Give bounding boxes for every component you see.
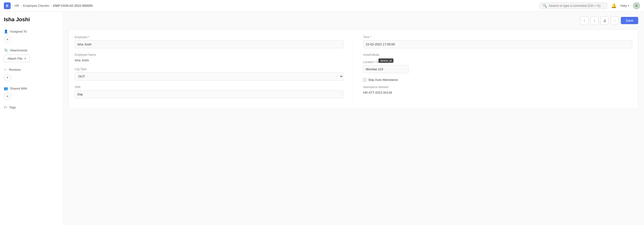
breadcrumb-hr[interactable]: HR [14,4,19,7]
form-card: Employee * Employee Name Isha Joshi Log … [68,29,638,109]
location-group: Location / Device ID device_id [363,60,632,73]
attendance-marked-label: Attendance Marked [363,85,632,89]
shift-group: Shift [75,85,344,98]
tags-header: 🏷 Tags [4,105,59,109]
search-icon: 🔍 [543,4,547,8]
sidebar-section-tags: 🏷 Tags [4,105,59,109]
page-title: Isha Joshi [4,16,59,23]
nav-sep-1: › [12,4,13,7]
location-input[interactable] [363,65,409,73]
plus-icon: + [24,56,26,60]
skip-attendance-label: Skip Auto Attendance [368,78,398,82]
attendance-marked-group: Attendance Marked HR-ATT-2022-00138 [363,85,632,95]
shared-with-label: Shared With [10,87,27,90]
time-input[interactable] [363,40,632,48]
bell-icon[interactable]: 🔔 [611,3,616,8]
employee-input[interactable] [75,40,344,48]
content-area: ‹ › 🖨 ··· Save Employee * [63,11,644,225]
skip-attendance-row: Skip Auto Attendance [363,78,632,82]
doc-toolbar: ‹ › 🖨 ··· Save [68,16,638,25]
log-type-select[interactable]: OUT IN [75,72,344,81]
assigned-to-header: 👤 Assigned To [4,29,59,33]
reviews-header: ☆ Reviews [4,68,59,71]
nav-left: E › HR › Employee Checkin › EMP-CKIN-02-… [4,2,93,9]
prev-button[interactable]: ‹ [580,16,588,25]
breadcrumb-current: EMP-CKIN-02-2022-000005 [53,4,92,7]
main-container: Isha Joshi 👤 Assigned To + 📎 Attachments… [0,11,644,225]
location-label: Location / Device ID [363,60,632,64]
chevron-down-icon: ▾ [628,4,629,7]
help-label: Help [620,4,627,7]
assigned-to-label: Assigned To [10,30,27,33]
tags-label: Tags [9,105,16,109]
avatar[interactable]: A [633,2,640,9]
attach-file-label: Attach File [8,57,22,60]
sidebar-section-reviews: ☆ Reviews + [4,68,59,81]
timezone-text: Asia/Kolkata [363,53,632,56]
log-type-group: Log Type OUT IN [75,67,344,81]
sidebar-section-shared-with: 👥 Shared With + [4,86,59,100]
attachments-header: 📎 Attachments [4,48,59,52]
sidebar: Isha Joshi 👤 Assigned To + 📎 Attachments… [0,11,63,225]
shared-with-header: 👥 Shared With [4,86,59,90]
more-options-button[interactable]: ··· [611,16,619,25]
form-grid: Employee * Employee Name Isha Joshi Log … [75,35,632,103]
nav-right: 🔍 🔔 Help ▾ A [540,2,640,9]
people-icon: 👥 [4,86,8,90]
nav-sep-2: › [20,4,22,7]
time-label: Time * [363,35,632,39]
attendance-marked-value: HR-ATT-2022-00138 [363,90,632,95]
attachments-label: Attachments [10,48,27,52]
shift-input[interactable] [75,90,344,98]
save-button[interactable]: Save [621,17,638,24]
star-icon: ☆ [4,68,7,71]
time-required: * [370,35,371,39]
shared-with-add-button[interactable]: + [4,93,11,100]
assigned-to-add-button[interactable]: + [4,36,11,43]
employee-required: * [88,35,90,39]
print-button[interactable]: 🖨 [600,16,609,25]
log-type-label: Log Type [75,67,344,71]
employee-name-value: Isha Joshi [75,58,344,62]
employee-label: Employee * [75,35,344,39]
top-nav: E › HR › Employee Checkin › EMP-CKIN-02-… [0,0,644,11]
sidebar-section-attachments: 📎 Attachments Attach File + [4,48,59,62]
sidebar-section-assigned-to: 👤 Assigned To + [4,29,59,43]
employee-name-label: Employee Name [75,53,344,56]
next-button[interactable]: › [590,16,598,25]
breadcrumb-employee-checkin[interactable]: Employee Checkin [23,4,49,7]
help-button[interactable]: Help ▾ [620,4,629,7]
reviews-label: Reviews [9,68,21,71]
form-left-column: Employee * Employee Name Isha Joshi Log … [75,35,354,103]
search-input[interactable] [549,4,604,7]
nav-logo[interactable]: E [4,2,11,9]
employee-name-group: Employee Name Isha Joshi [75,53,344,62]
reviews-add-button[interactable]: + [4,74,11,81]
shift-label: Shift [75,85,344,89]
time-group: Time * [363,35,632,48]
attach-file-button[interactable]: Attach File + [4,54,30,62]
form-right-column: Time * Asia/Kolkata Location / Device ID… [354,35,632,103]
search-box[interactable]: 🔍 [540,2,607,9]
tag-icon: 🏷 [4,105,7,109]
person-icon: 👤 [4,29,8,33]
location-tooltip-wrapper: device_id [363,65,409,73]
skip-attendance-checkbox[interactable] [363,78,366,81]
employee-group: Employee * [75,35,344,48]
nav-sep-3: › [51,4,52,7]
paperclip-icon: 📎 [4,48,8,52]
